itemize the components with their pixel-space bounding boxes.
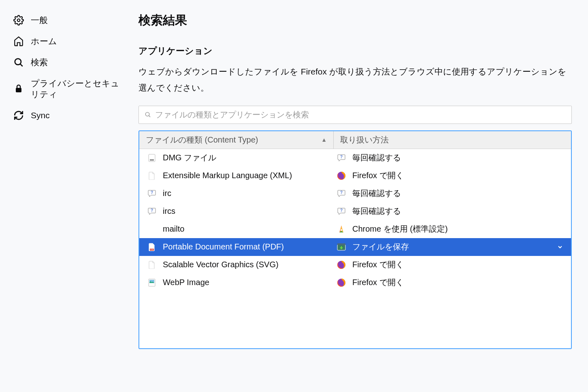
table-row[interactable]: Scalable Vector Graphics (SVG)Firefox で開… xyxy=(139,256,571,274)
applications-table: ファイルの種類 (Content Type) ▲ 取り扱い方法 DMG ファイル… xyxy=(138,130,572,349)
action-label: Firefox で開く xyxy=(352,259,404,270)
svg-rect-3 xyxy=(16,88,21,92)
cell-action: Firefox で開く xyxy=(334,277,571,288)
svg-point-1 xyxy=(15,59,21,65)
chevron-down-icon xyxy=(557,244,563,250)
column-header-label: 取り扱い方法 xyxy=(340,134,389,145)
search-input[interactable] xyxy=(155,110,566,119)
ask-icon: ? xyxy=(337,153,346,162)
cell-content-type: mailto xyxy=(139,224,334,234)
search-icon xyxy=(145,111,151,118)
action-label: ファイルを保存 xyxy=(352,241,409,252)
column-header-label: ファイルの種類 (Content Type) xyxy=(146,134,258,145)
table-row[interactable]: ?ircs?毎回確認する xyxy=(139,202,571,220)
cell-action: Firefox で開く xyxy=(334,259,571,270)
dmg-icon xyxy=(147,153,156,162)
cell-content-type: Scalable Vector Graphics (SVG) xyxy=(139,260,334,269)
sidebar-item-label: プライバシーとセキュリティ xyxy=(31,78,127,100)
ask-icon: ? xyxy=(337,189,346,198)
sort-ascending-icon: ▲ xyxy=(321,136,327,143)
type-label: ircs xyxy=(163,207,175,216)
column-header-action[interactable]: 取り扱い方法 xyxy=(334,131,571,149)
column-header-type[interactable]: ファイルの種類 (Content Type) ▲ xyxy=(139,131,334,149)
action-label: 毎回確認する xyxy=(352,152,401,163)
table-row[interactable]: mailtoChrome を使用 (標準設定) xyxy=(139,220,571,238)
type-label: mailto xyxy=(163,224,184,234)
svg-text:?: ? xyxy=(151,190,153,195)
cell-action: ?毎回確認する xyxy=(334,206,571,217)
cell-action: Chrome を使用 (標準設定) xyxy=(334,224,571,234)
type-label: Scalable Vector Graphics (SVG) xyxy=(163,260,279,269)
sidebar-item-label: Sync xyxy=(31,110,50,121)
svg-text:?: ? xyxy=(340,155,343,159)
action-label: Firefox で開く xyxy=(352,170,404,181)
svg-point-14 xyxy=(341,229,342,231)
pdf-icon: PDF xyxy=(147,243,156,251)
file-icon xyxy=(147,260,156,269)
type-label: WebP Image xyxy=(163,278,209,287)
firefox-icon xyxy=(337,278,346,287)
svg-point-0 xyxy=(17,19,20,22)
sidebar: 一般 ホーム 検索 プライバシーとセキュリティ Sync xyxy=(0,0,130,361)
home-icon xyxy=(13,36,24,47)
svg-text:?: ? xyxy=(340,208,343,213)
sidebar-item-label: 一般 xyxy=(31,15,48,26)
action-label: Firefox で開く xyxy=(352,277,404,288)
type-label: Extensible Markup Language (XML) xyxy=(163,171,292,180)
cell-content-type: ?ircs xyxy=(139,207,334,216)
svg-text:?: ? xyxy=(340,190,343,195)
sidebar-item-sync[interactable]: Sync xyxy=(10,105,130,126)
cell-content-type: ?irc xyxy=(139,189,334,198)
table-body: DMG ファイル?毎回確認するExtensible Markup Languag… xyxy=(139,149,571,348)
cell-action[interactable]: ファイルを保存 xyxy=(334,241,571,252)
svg-rect-18 xyxy=(337,243,345,245)
section-title: アプリケーション xyxy=(138,45,572,57)
file-icon xyxy=(147,171,156,180)
sidebar-item-label: ホーム xyxy=(31,36,57,47)
type-label: DMG ファイル xyxy=(163,152,216,163)
cell-content-type: PDFPortable Document Format (PDF) xyxy=(139,242,334,251)
img-icon xyxy=(147,278,156,287)
save-icon xyxy=(337,243,346,251)
ask-icon: ? xyxy=(147,207,156,216)
cell-action: Firefox で開く xyxy=(334,170,571,181)
sidebar-item-privacy[interactable]: プライバシーとセキュリティ xyxy=(10,73,130,105)
type-label: Portable Document Format (PDF) xyxy=(163,242,284,251)
search-icon xyxy=(13,57,24,68)
table-row[interactable]: Extensible Markup Language (XML)Firefox … xyxy=(139,167,571,185)
ask-icon: ? xyxy=(337,207,346,216)
table-row[interactable]: PDFPortable Document Format (PDF)ファイルを保存 xyxy=(139,238,571,256)
action-label: 毎回確認する xyxy=(352,188,401,199)
sidebar-item-home[interactable]: ホーム xyxy=(10,31,130,52)
sync-icon xyxy=(13,110,24,121)
table-row[interactable]: ?irc?毎回確認する xyxy=(139,185,571,202)
cell-content-type: Extensible Markup Language (XML) xyxy=(139,171,334,180)
table-row[interactable]: DMG ファイル?毎回確認する xyxy=(139,149,571,167)
cell-action: ?毎回確認する xyxy=(334,152,571,163)
main-content: 検索結果 アプリケーション ウェブからダウンロードしたファイルを Firefox… xyxy=(130,0,588,361)
sidebar-item-search[interactable]: 検索 xyxy=(10,52,130,73)
table-row[interactable]: WebP ImageFirefox で開く xyxy=(139,274,571,292)
blank-icon xyxy=(147,225,156,234)
svg-point-4 xyxy=(145,113,149,116)
cell-content-type: WebP Image xyxy=(139,278,334,287)
svg-rect-7 xyxy=(150,159,154,161)
svg-line-2 xyxy=(20,64,23,66)
ask-icon: ? xyxy=(147,189,156,198)
cell-action: ?毎回確認する xyxy=(334,188,571,199)
sidebar-item-general[interactable]: 一般 xyxy=(10,10,130,31)
action-label: Chrome を使用 (標準設定) xyxy=(352,224,448,234)
type-label: irc xyxy=(163,189,171,198)
svg-text:PDF: PDF xyxy=(150,249,154,251)
table-header: ファイルの種類 (Content Type) ▲ 取り扱い方法 xyxy=(139,131,571,149)
svg-text:?: ? xyxy=(151,208,153,213)
lock-icon xyxy=(13,83,24,94)
page-title: 検索結果 xyxy=(138,12,572,29)
firefox-icon xyxy=(337,171,346,180)
action-label: 毎回確認する xyxy=(352,206,401,217)
firefox-icon xyxy=(337,260,346,269)
search-box[interactable] xyxy=(138,106,572,124)
svg-line-5 xyxy=(149,116,150,117)
cell-content-type: DMG ファイル xyxy=(139,152,334,163)
gear-icon xyxy=(13,15,24,26)
